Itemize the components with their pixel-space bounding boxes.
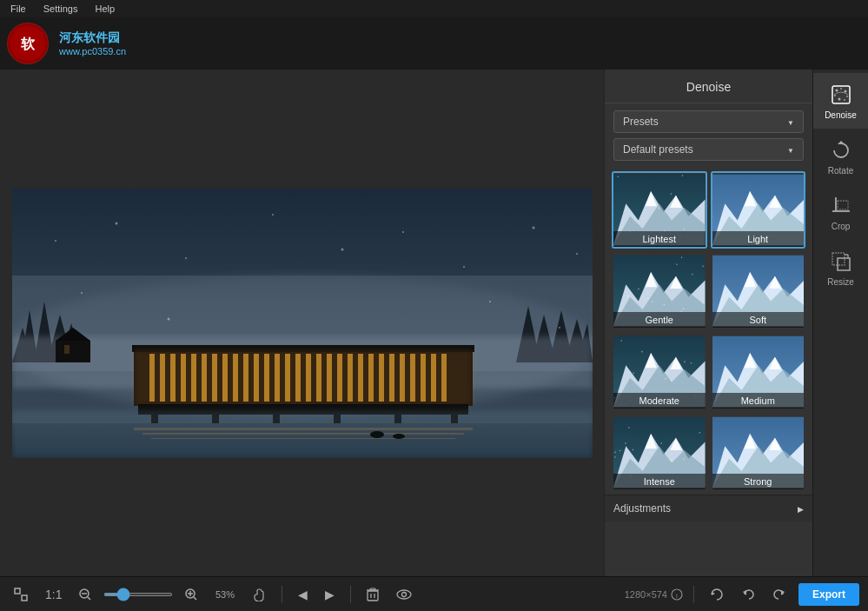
svg-rect-147 [832, 253, 845, 265]
preset-item-intense[interactable]: Intense [612, 414, 707, 491]
preset-item-soft[interactable]: Soft [711, 252, 806, 329]
svg-point-117 [684, 361, 686, 362]
delete-btn[interactable] [361, 584, 384, 605]
canvas-area[interactable] [0, 70, 604, 576]
svg-point-122 [620, 450, 621, 452]
presets-grid: LightestLightGentleSoftModerateMediumInt… [605, 168, 812, 495]
tool-btn-crop[interactable]: Crop [813, 184, 869, 240]
svg-point-129 [661, 442, 663, 444]
refresh-btn[interactable] [705, 584, 729, 605]
preset-item-strong[interactable]: Strong [711, 414, 806, 491]
svg-point-94 [681, 256, 683, 258]
svg-point-62 [393, 434, 405, 439]
svg-point-91 [683, 229, 685, 230]
menu-settings[interactable]: Settings [40, 2, 82, 16]
zoom-slider[interactable] [103, 593, 173, 596]
svg-point-61 [370, 431, 384, 438]
svg-rect-148 [838, 258, 850, 270]
zoom-1to1-label: 1:1 [45, 588, 62, 601]
svg-text:i: i [676, 592, 678, 600]
preset-item-light[interactable]: Light [711, 171, 806, 249]
frame-btn[interactable] [9, 584, 33, 605]
svg-point-111 [691, 362, 692, 364]
svg-point-113 [633, 373, 634, 375]
svg-point-110 [665, 378, 666, 380]
presets-section: Presets Default presets [605, 103, 812, 168]
denoise-icon [829, 83, 853, 107]
rotate-tool-label: Rotate [828, 166, 853, 176]
svg-point-130 [699, 432, 701, 434]
svg-rect-151 [15, 588, 20, 594]
preset-label-intense: Intense [613, 474, 706, 489]
svg-point-81 [671, 193, 673, 195]
preset-item-gentle[interactable]: Gentle [612, 252, 707, 329]
logo-icon: 软 [7, 23, 49, 64]
main-image [12, 189, 593, 458]
svg-point-128 [633, 449, 634, 451]
crop-tool-label: Crop [832, 222, 851, 231]
preset-label-moderate: Moderate [613, 393, 706, 408]
menu-help[interactable]: Help [91, 2, 118, 16]
svg-point-115 [671, 380, 673, 382]
svg-rect-164 [370, 588, 375, 590]
logo-url: www.pc0359.cn [59, 46, 126, 56]
svg-point-132 [651, 452, 653, 454]
svg-point-97 [702, 266, 704, 268]
preset-item-medium[interactable]: Medium [711, 333, 806, 410]
svg-point-87 [659, 208, 660, 209]
svg-point-137 [840, 88, 842, 90]
svg-rect-78 [64, 345, 70, 354]
tool-btn-denoise[interactable]: Denoise [813, 73, 869, 129]
svg-point-89 [699, 206, 701, 208]
zoom-1to1-btn[interactable]: 1:1 [40, 584, 67, 605]
prev-btn[interactable]: ◀ [293, 584, 313, 605]
menu-file[interactable]: File [7, 2, 30, 16]
preset-item-lightest[interactable]: Lightest [612, 171, 707, 249]
separator-1 [282, 586, 282, 603]
svg-point-141 [838, 97, 840, 100]
svg-point-74 [489, 301, 491, 302]
svg-rect-60 [12, 410, 593, 458]
preset-label-gentle: Gentle [613, 312, 706, 328]
svg-rect-48 [134, 349, 473, 406]
export-btn[interactable]: Export [798, 583, 859, 606]
svg-point-72 [81, 292, 83, 294]
adjustments-bar[interactable]: Adjustments [605, 495, 812, 521]
svg-marker-143 [838, 141, 845, 144]
svg-point-101 [627, 296, 629, 297]
svg-point-104 [676, 263, 678, 265]
tool-btn-rotate[interactable]: Rotate [813, 129, 869, 184]
svg-point-125 [614, 456, 616, 458]
tool-btn-resize[interactable]: Resize [813, 240, 869, 296]
zoom-out-btn[interactable] [74, 585, 96, 604]
svg-point-65 [185, 257, 187, 259]
image-size-info: 1280×574 i [625, 588, 683, 601]
undo-btn[interactable] [736, 584, 760, 605]
svg-point-98 [683, 309, 685, 310]
svg-point-66 [272, 214, 274, 216]
default-presets-dropdown[interactable]: Default presets [613, 138, 804, 161]
denoise-panel: Denoise Presets Default presets Lightest… [605, 70, 812, 576]
svg-point-75 [559, 327, 560, 329]
zoom-in-btn[interactable] [180, 585, 202, 604]
next-btn[interactable]: ▶ [320, 584, 340, 605]
presets-dropdown[interactable]: Presets [613, 110, 804, 133]
crop-icon [829, 194, 853, 218]
right-toolbar: DenoiseRotateCropResize [812, 70, 868, 576]
svg-point-138 [844, 90, 846, 92]
redo-btn[interactable] [767, 584, 792, 605]
pan-tool-btn[interactable] [247, 584, 271, 605]
preset-item-moderate[interactable]: Moderate [612, 333, 707, 410]
svg-point-166 [402, 592, 407, 596]
svg-text:软: 软 [20, 37, 36, 51]
presets-dropdown-arrow [787, 116, 794, 128]
svg-point-165 [397, 590, 411, 599]
svg-point-118 [674, 366, 676, 368]
svg-rect-160 [368, 591, 378, 601]
adjustments-label: Adjustments [613, 502, 671, 515]
preview-btn[interactable] [391, 586, 417, 603]
svg-point-109 [641, 351, 643, 353]
preset-label-medium: Medium [712, 393, 805, 408]
svg-rect-146 [838, 201, 848, 209]
svg-line-155 [88, 597, 90, 600]
